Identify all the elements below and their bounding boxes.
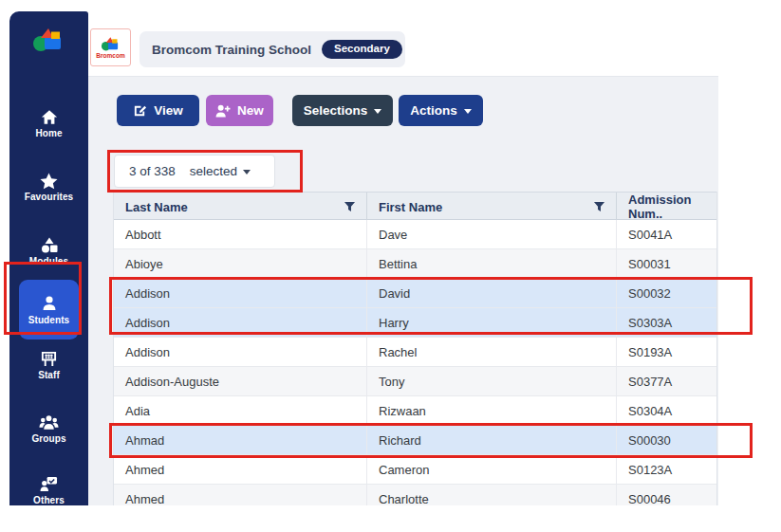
caret-down-icon (243, 170, 251, 174)
sidebar-item-favourites[interactable]: Favourites (9, 172, 88, 202)
sidebar-item-label: Groups (31, 433, 65, 444)
school-name: Bromcom Training School (152, 43, 311, 57)
selection-count-box: 3 of 338 selected (114, 155, 275, 188)
view-button-label: View (154, 103, 183, 118)
table-header-row: Last Name First Name Admission Num.. (114, 192, 716, 220)
filter-icon[interactable] (593, 201, 605, 212)
column-header-label: Admission Num.. (628, 193, 706, 221)
view-button[interactable]: View (117, 95, 199, 126)
filter-icon[interactable] (344, 201, 356, 212)
edit-icon (133, 103, 147, 118)
student-person-icon (41, 294, 58, 312)
selections-button-label: Selections (304, 103, 368, 118)
bromcom-logo: Bromcom (90, 28, 131, 66)
star-icon (40, 172, 58, 190)
selections-dropdown-button[interactable]: Selections (292, 95, 393, 126)
table-row-selected[interactable]: Addison Harry S0303A (114, 308, 716, 338)
selected-dropdown-label: selected (190, 164, 237, 178)
sidebar-item-label: Modules (29, 256, 68, 266)
caret-down-icon (374, 109, 381, 114)
column-header-label: Last Name (125, 200, 188, 214)
app-window: Home Favourites Modules Students Staff (0, 0, 781, 532)
column-header-label: First Name (379, 200, 442, 214)
cell-admission-number: S00031 (617, 249, 716, 278)
column-header-last-name[interactable]: Last Name (114, 193, 367, 221)
sidebar-item-home[interactable]: Home (9, 108, 88, 138)
table-row[interactable]: Ahmed Cameron S0123A (114, 455, 716, 485)
cell-admission-number: S0303A (617, 308, 716, 337)
cell-last-name: Abbott (114, 220, 367, 248)
sidebar-item-label: Favourites (25, 192, 74, 202)
cell-last-name: Addison (114, 279, 367, 307)
actions-dropdown-button[interactable]: Actions (399, 95, 483, 126)
sidebar-item-others[interactable]: Others (9, 475, 88, 505)
column-header-first-name[interactable]: First Name (367, 193, 617, 221)
sidebar-item-label: Staff (38, 370, 60, 380)
sidebar: Home Favourites Modules Students Staff (9, 11, 88, 505)
bottom-mask (0, 505, 781, 532)
actions-button-label: Actions (410, 103, 457, 118)
table-row[interactable]: Abbott Dave S0041A (114, 220, 716, 249)
staff-board-icon (40, 350, 58, 368)
cell-first-name: Tony (367, 367, 617, 395)
cell-admission-number: S00032 (617, 279, 716, 307)
cell-admission-number: S0377A (617, 367, 716, 395)
bromcom-cloud-logo-icon (9, 27, 88, 52)
sidebar-item-label: Students (28, 315, 70, 325)
selection-count-text: 3 of 338 (129, 164, 176, 178)
sidebar-item-staff[interactable]: Staff (9, 350, 88, 380)
cell-first-name: Rachel (367, 338, 617, 366)
cell-last-name: Abioye (114, 249, 367, 278)
table-row[interactable]: Addison-Auguste Tony S0377A (114, 367, 716, 396)
groups-people-icon (39, 413, 59, 431)
cell-admission-number: S0041A (617, 220, 716, 248)
selected-dropdown[interactable]: selected (190, 164, 251, 178)
cell-admission-number: S00030 (617, 426, 716, 454)
cell-first-name: Dave (367, 220, 617, 248)
phase-badge: Secondary (322, 40, 402, 59)
home-icon (41, 108, 58, 126)
cell-last-name: Adia (114, 396, 367, 425)
sidebar-item-groups[interactable]: Groups (9, 413, 88, 444)
table-row-selected[interactable]: Ahmad Richard S00030 (114, 426, 716, 455)
cell-first-name: Cameron (367, 455, 617, 484)
table-row[interactable]: Abioye Bettina S00031 (114, 249, 716, 279)
column-header-admission-number[interactable]: Admission Num.. (617, 193, 716, 221)
cell-admission-number: S0193A (617, 338, 716, 366)
cell-last-name: Ahmed (114, 455, 367, 484)
students-table: Last Name First Name Admission Num.. Abb… (113, 192, 717, 514)
table-row[interactable]: Adia Rizwaan S0304A (114, 396, 716, 426)
cell-last-name: Ahmad (114, 426, 367, 454)
new-button[interactable]: New (206, 95, 273, 126)
sidebar-item-label: Home (35, 128, 62, 138)
cell-first-name: David (367, 279, 617, 307)
cell-first-name: Rizwaan (367, 396, 617, 425)
new-button-label: New (237, 103, 264, 118)
person-plus-icon (215, 104, 231, 118)
cell-last-name: Addison (114, 308, 367, 337)
sidebar-item-students[interactable]: Students (19, 280, 79, 339)
bromcom-cloud-mini-icon (100, 36, 122, 51)
modules-shapes-icon (41, 236, 58, 254)
cell-last-name: Addison-Auguste (114, 367, 367, 395)
cell-admission-number: S0304A (617, 396, 716, 425)
caret-down-icon (464, 109, 472, 114)
school-selector[interactable]: Bromcom Training School Secondary (139, 31, 405, 67)
cell-first-name: Richard (367, 426, 617, 454)
cell-first-name: Bettina (367, 249, 617, 278)
table-row-selected[interactable]: Addison David S00032 (114, 279, 716, 308)
bromcom-logo-text: Bromcom (96, 52, 124, 59)
others-person-screen-icon (40, 475, 58, 493)
cell-admission-number: S0123A (617, 455, 716, 484)
table-row[interactable]: Addison Rachel S0193A (114, 338, 716, 367)
cell-first-name: Harry (367, 308, 617, 337)
cell-last-name: Addison (114, 338, 367, 366)
sidebar-item-modules[interactable]: Modules (9, 236, 88, 266)
sidebar-item-label: Others (33, 495, 65, 505)
